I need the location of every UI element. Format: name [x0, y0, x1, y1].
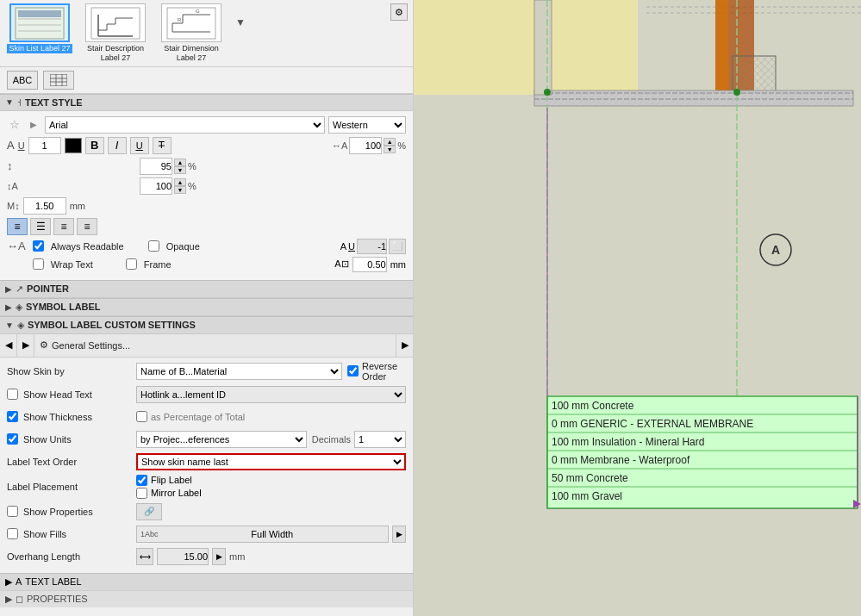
show-units-checkbox[interactable]: [7, 433, 18, 445]
show-units-select[interactable]: by Projec...eferences: [136, 431, 307, 448]
nav-prev-button[interactable]: ◀: [0, 334, 17, 357]
frame-checkbox[interactable]: [126, 258, 137, 270]
script-select[interactable]: Western: [328, 116, 406, 134]
font-color-picker[interactable]: [65, 138, 82, 153]
nav-next-button[interactable]: ▶: [17, 334, 34, 357]
show-units-value: by Projec...eferences Decimals 1 2 3: [136, 431, 406, 448]
abc-button[interactable]: ABC: [7, 71, 38, 90]
show-properties-label-group: Show Properties: [7, 506, 136, 517]
svg-rect-1: [18, 10, 61, 17]
align-right-button[interactable]: ≡: [53, 218, 74, 235]
scale-spacing-up[interactable]: ▲: [174, 159, 186, 166]
scale-width-spinner[interactable]: ▲ ▼: [384, 138, 396, 153]
scale-width-down[interactable]: ▼: [384, 146, 396, 153]
italic-button[interactable]: I: [108, 137, 127, 154]
show-fills-checkbox[interactable]: [7, 528, 18, 539]
font-row: ☆ ▶ Arial Western: [7, 116, 406, 134]
strikethrough-button[interactable]: T̶: [153, 137, 172, 154]
label-text-order-value: Show skin name last Show skin name first: [136, 453, 406, 470]
svg-rect-21: [50, 74, 67, 86]
extra-title: PROPERTIES: [27, 594, 88, 604]
fills-arrow-button[interactable]: ▶: [392, 526, 406, 543]
svg-text:100 mm  Concrete: 100 mm Concrete: [552, 400, 634, 412]
reverse-order-checkbox[interactable]: [347, 365, 359, 376]
show-skin-by-select[interactable]: Name of B...Material: [136, 363, 342, 380]
text-style-icon: Ꟶ: [17, 97, 22, 108]
label-text-order-select[interactable]: Show skin name last Show skin name first: [136, 453, 406, 470]
show-head-text-select[interactable]: Hotlink a...lement ID: [136, 386, 406, 403]
symbol-label-title: SYMBOL LABEL: [26, 302, 101, 312]
pointer-title: POINTER: [27, 283, 69, 294]
bold-button[interactable]: B: [85, 137, 104, 154]
text-style-body: ☆ ▶ Arial Western A U B I U T̶ ↔A: [0, 111, 413, 280]
mirror-label-checkbox[interactable]: [136, 488, 147, 499]
show-head-text-value: Hotlink a...lement ID: [136, 386, 406, 403]
show-units-label-group: Show Units: [7, 433, 136, 445]
font-size-input[interactable]: [28, 137, 61, 154]
nav-end-button[interactable]: ▶: [396, 334, 413, 357]
text-direction-icon: ↔A: [7, 240, 26, 252]
a-field-label: A: [340, 241, 346, 252]
show-properties-checkbox[interactable]: [7, 506, 18, 517]
text-style-header[interactable]: ▼ Ꟶ TEXT STYLE: [0, 94, 413, 111]
scale-width-input[interactable]: [349, 137, 382, 154]
scale-spacing-input[interactable]: [140, 158, 172, 175]
size-mm-input[interactable]: [23, 197, 66, 215]
show-thickness-checkbox[interactable]: [7, 411, 18, 422]
mirror-label-label: Mirror Label: [151, 488, 202, 498]
a-value-input[interactable]: [357, 239, 387, 254]
opaque-checkbox[interactable]: [148, 240, 159, 252]
scale-height-up[interactable]: ▲: [174, 178, 186, 186]
always-readable-checkbox[interactable]: [33, 240, 44, 252]
custom-settings-collapse-arrow: ▼: [5, 320, 14, 330]
text-label-header[interactable]: ▶ A TEXT LABEL: [0, 573, 413, 590]
custom-settings-header[interactable]: ▼ ◈ SYMBOL LABEL CUSTOM SETTINGS: [0, 316, 413, 334]
symbol-label-icon: ◈: [16, 302, 22, 313]
frame-value-input[interactable]: [353, 257, 387, 272]
scale-height-input[interactable]: [140, 177, 172, 195]
scale-height-pct: %: [188, 181, 197, 191]
thumbnail-scroll-down[interactable]: ▼: [233, 16, 248, 28]
label-placement-value: Flip Label Mirror Label: [136, 475, 406, 499]
show-head-text-checkbox[interactable]: [7, 389, 18, 400]
scale-height-spinner[interactable]: ▲ ▼: [174, 178, 186, 194]
scale-spacing-spinner[interactable]: ▲ ▼: [174, 159, 186, 174]
flip-label-checkbox[interactable]: [136, 475, 147, 486]
align-center-button[interactable]: ☰: [30, 218, 51, 235]
overhang-input[interactable]: [157, 548, 209, 565]
text-style-title: TEXT STYLE: [25, 97, 83, 108]
font-select[interactable]: Arial: [45, 116, 325, 134]
show-skin-by-value: Name of B...Material Reverse Order: [136, 361, 406, 382]
underline-button[interactable]: U: [130, 137, 149, 154]
properties-icon-button[interactable]: 🔗: [136, 503, 162, 520]
scale-width-up[interactable]: ▲: [384, 138, 396, 146]
extra-section-header[interactable]: ▶ ◻ PROPERTIES: [0, 590, 413, 607]
always-readable-label: Always Readable: [51, 241, 124, 252]
thumbnail-stair-desc[interactable]: Stair DescriptionLabel 27: [81, 3, 150, 63]
thumbnail-stair-dim[interactable]: R G Stair DimensionLabel 27: [157, 3, 226, 63]
a-value-button[interactable]: ⬜: [389, 239, 406, 254]
nav-label[interactable]: ⚙ General Settings...: [34, 339, 396, 351]
align-left-button[interactable]: ≡: [7, 218, 28, 235]
size-mm-row: M↕ mm: [7, 197, 406, 215]
wrap-text-checkbox[interactable]: [33, 258, 44, 270]
align-justify-button[interactable]: ≡: [77, 218, 97, 235]
settings-icon[interactable]: ⚙: [390, 3, 408, 21]
thumbnail-skin-list[interactable]: Skin List Label 27: [5, 3, 74, 53]
as-percentage-checkbox[interactable]: [136, 411, 147, 422]
construction-drawing: A 100 mm Concrete 0 mm GENERIC - EXTERNA…: [414, 0, 861, 616]
custom-settings-title: SYMBOL LABEL CUSTOM SETTINGS: [28, 320, 196, 330]
symbol-label-header[interactable]: ▶ ◈ SYMBOL LABEL: [0, 298, 413, 316]
scale-height-down[interactable]: ▼: [174, 186, 186, 194]
frame-label: Frame: [144, 259, 172, 270]
table-button[interactable]: [43, 71, 74, 90]
as-percentage-label: as Percentage of Total: [151, 412, 245, 422]
thumbnail-bar: Skin List Label 27 Stair DescriptionLabe…: [0, 0, 413, 67]
overhang-arrow-button[interactable]: ▶: [212, 548, 226, 565]
scale-spacing-down[interactable]: ▼: [174, 166, 186, 174]
play-button[interactable]: ▶: [26, 117, 41, 133]
favorite-button[interactable]: ☆: [7, 117, 22, 133]
decimals-select[interactable]: 1 2 3: [354, 431, 406, 448]
format-buttons-row: ABC: [0, 67, 413, 94]
pointer-section-header[interactable]: ▶ ↗ POINTER: [0, 280, 413, 298]
